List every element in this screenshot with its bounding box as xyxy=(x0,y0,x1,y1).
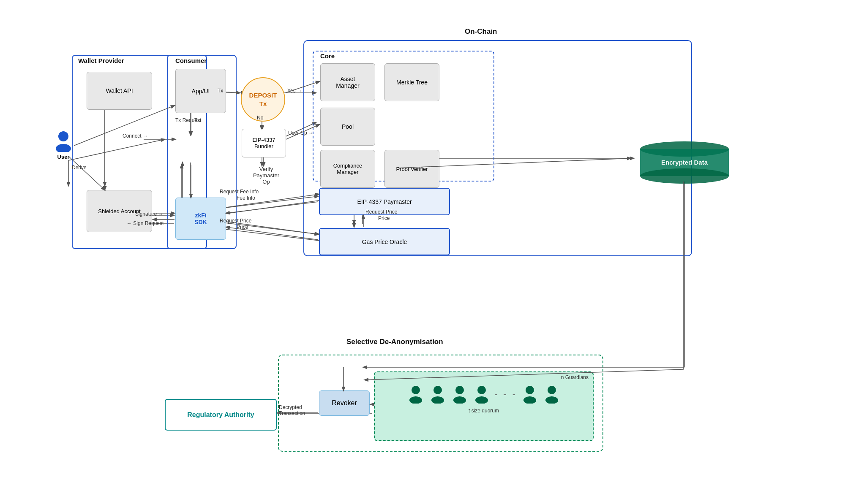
asset-manager-box: Asset Manager xyxy=(320,63,375,101)
regulatory-authority-box: Regulatory Authority xyxy=(165,399,277,431)
svg-point-25 xyxy=(58,131,68,141)
encrypted-data-container: Encrypted Data xyxy=(632,139,737,186)
revoker-label: Revoker xyxy=(332,399,357,407)
asset-manager-label: Asset Manager xyxy=(336,76,359,89)
svg-point-39 xyxy=(526,386,534,394)
connect-label: Connect → xyxy=(123,133,148,139)
guardian-icon-2 xyxy=(430,385,445,404)
signature-label: Signature → xyxy=(135,211,164,217)
n-guardians-label: n Guardians xyxy=(561,374,589,380)
svg-point-42 xyxy=(545,396,558,404)
yes-label: Yes → xyxy=(287,88,302,94)
compliance-manager-box: Compliance Manager xyxy=(320,150,375,188)
svg-point-36 xyxy=(453,396,466,404)
selective-label: Selective De-Anonymisation xyxy=(346,338,443,346)
eip4337-paymaster-label: EIP-4337 Paymaster xyxy=(357,198,412,205)
user-icon: User xyxy=(55,131,72,160)
decrypted-transaction-label: DecryptedTransaction xyxy=(279,404,305,416)
guardian-icon-6 xyxy=(544,385,559,404)
svg-text:Encrypted Data: Encrypted Data xyxy=(661,159,708,166)
derive-label: Derive xyxy=(72,165,87,171)
tx-to-deposit-label: Tx → xyxy=(218,88,230,94)
guardian-icon-3 xyxy=(452,385,467,404)
sign-request-label: ← Sign Request xyxy=(127,220,164,226)
guardian-icon-4 xyxy=(474,385,489,404)
price-label-1: Price xyxy=(237,224,248,230)
request-fee-info-label: Request Fee Info xyxy=(220,189,259,195)
diagram-container: User Wallet Provider Wallet API Shielded… xyxy=(0,0,845,504)
wallet-provider-label: Wallet Provider xyxy=(78,57,124,64)
svg-point-26 xyxy=(56,144,71,152)
pool-label: Pool xyxy=(342,123,354,130)
tx-label: Tx xyxy=(194,117,200,123)
pool-box: Pool xyxy=(320,108,375,146)
zkfi-sdk-label: zkFi SDK xyxy=(194,212,207,225)
merkle-tree-box: Merkle Tree xyxy=(384,63,439,101)
proof-verifier-label: Proof Verifier xyxy=(396,166,428,172)
eip4337-bundler-box: EIP-4337 Bundler xyxy=(242,129,286,157)
gas-price-oracle-box: Gas Price Oracle xyxy=(319,228,450,255)
consumer-label: Consumer xyxy=(175,57,207,64)
svg-point-41 xyxy=(548,386,556,394)
eip4337-bundler-label: EIP-4337 Bundler xyxy=(252,137,275,149)
price-label-2: Price xyxy=(378,215,390,221)
request-price-label-2: Request Price xyxy=(365,209,397,215)
svg-point-38 xyxy=(475,396,488,404)
deposit-label: DEPOSIT Tx xyxy=(249,91,277,108)
svg-point-31 xyxy=(412,386,420,394)
guardian-icon-1 xyxy=(408,385,423,404)
verify-paymaster-label: Verify Paymaster Op xyxy=(243,166,289,185)
svg-point-33 xyxy=(433,386,442,394)
encrypted-data-svg: Encrypted Data xyxy=(636,141,733,184)
no-label: No xyxy=(257,115,263,121)
guardians-box: n Guardians - - - xyxy=(374,371,594,441)
svg-point-29 xyxy=(640,168,729,184)
zkfi-sdk-box: zkFi SDK xyxy=(175,198,226,240)
svg-point-32 xyxy=(409,396,422,404)
fee-info-label: Fee Info xyxy=(237,195,255,201)
compliance-manager-label: Compliance Manager xyxy=(333,163,363,175)
shielded-account-label: Shielded Account xyxy=(98,208,140,214)
wallet-api-label: Wallet API xyxy=(106,87,133,94)
request-price-label-1: Request Price xyxy=(220,218,251,224)
t-size-quorum-label: t size quorum xyxy=(375,408,593,414)
onchain-label: On-Chain xyxy=(465,27,497,36)
regulatory-authority-label: Regulatory Authority xyxy=(187,411,254,419)
app-ui-label: App/UI xyxy=(192,88,210,95)
wallet-api-box: Wallet API xyxy=(87,72,152,110)
svg-point-40 xyxy=(523,396,536,404)
gas-price-oracle-label: Gas Price Oracle xyxy=(362,238,407,245)
revoker-box: Revoker xyxy=(319,390,370,416)
core-label: Core xyxy=(320,52,335,60)
proof-verifier-box: Proof Verifier xyxy=(384,150,439,188)
svg-point-35 xyxy=(455,386,464,394)
merkle-tree-label: Merkle Tree xyxy=(396,79,428,86)
guardian-icon-5 xyxy=(522,385,537,404)
svg-point-37 xyxy=(477,386,486,394)
user-label: User xyxy=(57,154,70,160)
svg-point-34 xyxy=(431,396,444,404)
